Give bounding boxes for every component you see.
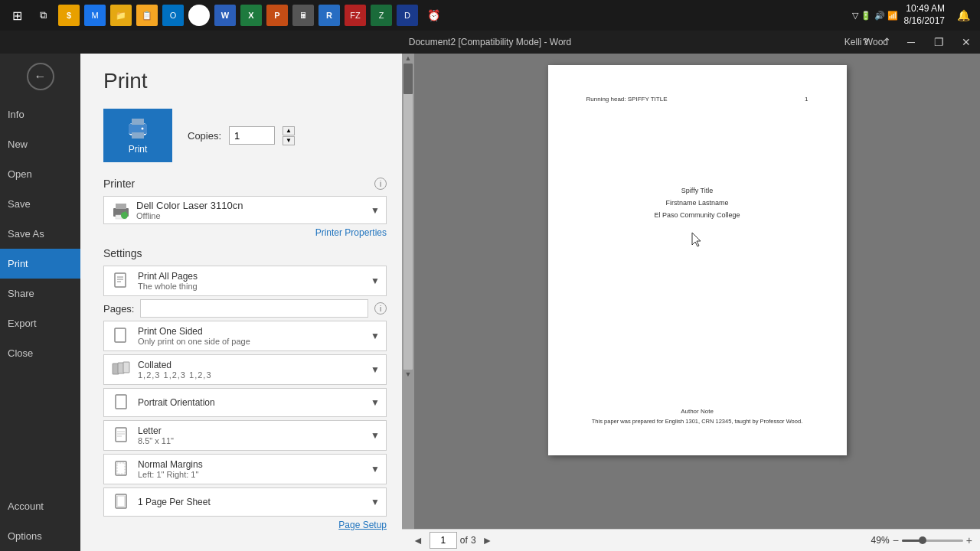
- task-view-icon[interactable]: ⧉: [32, 5, 54, 26]
- svg-rect-16: [115, 328, 126, 342]
- pages-info-icon[interactable]: i: [374, 302, 387, 315]
- orientation-setting-row[interactable]: Portrait Orientation ▼: [103, 388, 387, 417]
- sidebar-item-saveas[interactable]: Save As: [0, 219, 80, 249]
- printer-section-title: Printer i: [103, 178, 387, 190]
- app-icon-chrome[interactable]: ⊕: [188, 5, 210, 26]
- app-icon-fz[interactable]: FZ: [345, 5, 366, 26]
- perpage-setting-row[interactable]: 1 Page Per Sheet ▼: [103, 487, 387, 517]
- printer-status-dot: [121, 212, 128, 219]
- app-icon-excel[interactable]: X: [240, 5, 262, 26]
- titlebar-title: Document2 [Compatibility Mode] - Word: [409, 37, 572, 47]
- scroll-down-arrow[interactable]: ▼: [405, 371, 412, 378]
- svg-rect-12: [115, 273, 126, 287]
- app-icon-2[interactable]: M: [84, 5, 106, 26]
- cursor-icon: [688, 231, 707, 249]
- orientation-dropdown-arrow: ▼: [371, 397, 380, 408]
- pages-setting-row[interactable]: Print All Pages The whole thing ▼: [103, 266, 387, 296]
- svg-rect-28: [117, 496, 125, 507]
- prev-page-button[interactable]: ◄: [410, 533, 426, 548]
- preview-scrollbar[interactable]: ▲ ▼: [402, 54, 414, 529]
- back-button[interactable]: ←: [0, 54, 80, 99]
- start-button[interactable]: ⊞: [6, 5, 28, 26]
- sidebar-item-info[interactable]: Info: [0, 99, 80, 129]
- taskbar-icons-right: ▽ 🔋 🔊 📶: [852, 11, 897, 21]
- scroll-up-arrow[interactable]: ▲: [405, 55, 412, 62]
- sidebar-item-share[interactable]: Share: [0, 279, 80, 308]
- sidebar-item-open[interactable]: Open: [0, 159, 80, 189]
- sidebar-item-options[interactable]: Options: [0, 521, 80, 551]
- sidebar-item-export[interactable]: Export: [0, 308, 80, 338]
- printer-properties-link[interactable]: Printer Properties: [103, 227, 387, 238]
- taskbar-left: ⊞ ⧉ $ M 📁 📋 O ⊕ W X P 🖩 R FZ Z D ⏰: [6, 5, 444, 26]
- collated-setting-row[interactable]: Collated 1,2,3 1,2,3 1,2,3 ▼: [103, 354, 387, 385]
- doc-author: Firstname Lastname: [665, 199, 728, 207]
- zoom-in-button[interactable]: +: [966, 534, 972, 546]
- pages-label: Pages:: [103, 303, 134, 315]
- zoom-slider-thumb[interactable]: [919, 536, 926, 544]
- close-button[interactable]: ✕: [952, 31, 980, 54]
- svg-rect-26: [117, 463, 125, 474]
- next-page-button[interactable]: ►: [479, 533, 496, 548]
- zoom-out-button[interactable]: −: [893, 534, 899, 546]
- main-container: ← Info New Open Save Save As Print Share…: [0, 54, 980, 551]
- minimize-button[interactable]: ─: [897, 31, 925, 54]
- copies-label: Copies:: [188, 130, 221, 142]
- restore-button[interactable]: ❐: [925, 31, 952, 54]
- help-icon[interactable]: ?: [854, 31, 876, 52]
- margins-setting-icon: [110, 460, 132, 478]
- app-icon-zs[interactable]: Z: [371, 5, 392, 26]
- copies-down[interactable]: ▼: [283, 136, 295, 145]
- sided-setting-icon: [110, 327, 132, 345]
- print-button[interactable]: Print: [103, 109, 172, 162]
- pages-setting-text: Print All Pages The whole thing: [138, 271, 364, 291]
- sided-dropdown-arrow: ▼: [371, 331, 380, 341]
- copies-up[interactable]: ▲: [283, 126, 295, 135]
- pages-setting-icon: [110, 272, 132, 290]
- printer-dropdown-arrow: ▼: [371, 205, 380, 216]
- collated-setting-text: Collated 1,2,3 1,2,3 1,2,3: [138, 360, 364, 380]
- app-icon-time[interactable]: ⏰: [423, 5, 444, 26]
- notification-icon[interactable]: 🔔: [952, 5, 974, 26]
- author-note-text: This paper was prepared for English 1301…: [586, 418, 808, 425]
- printer-dropdown[interactable]: Dell Color Laser 3110cn Offline ▼: [103, 196, 387, 224]
- sidebar-item-close[interactable]: Close: [0, 338, 80, 368]
- app-icon-3[interactable]: 📁: [110, 5, 132, 26]
- svg-rect-21: [116, 428, 126, 442]
- running-head: Running head: SPIFFY TITLE: [586, 96, 668, 103]
- copies-section: Copies: ▲ ▼: [188, 126, 295, 145]
- preview-nav-bar: ◄ of 3 ► 49% − +: [402, 529, 980, 551]
- scroll-track: [403, 64, 413, 370]
- app-icon-ds[interactable]: D: [397, 5, 418, 26]
- svg-rect-6: [132, 132, 144, 139]
- sided-setting-row[interactable]: Print One Sided Only print on one side o…: [103, 321, 387, 351]
- paper-setting-icon: [110, 426, 132, 445]
- printer-info: Dell Color Laser 3110cn Offline: [136, 200, 364, 220]
- app-icon-ppt[interactable]: P: [266, 5, 288, 26]
- sidebar-item-print[interactable]: Print: [0, 249, 80, 279]
- ribbon-toggle-icon[interactable]: ⌃: [876, 31, 897, 52]
- app-icon-calc[interactable]: 🖩: [292, 5, 314, 26]
- content-area: Print Print: [80, 54, 980, 551]
- zoom-slider[interactable]: [902, 540, 963, 542]
- printer-icon: [126, 116, 150, 141]
- app-icon-outlook[interactable]: O: [162, 5, 184, 26]
- sidebar-item-new[interactable]: New: [0, 129, 80, 159]
- sidebar-item-save[interactable]: Save: [0, 189, 80, 219]
- perpage-setting-text: 1 Page Per Sheet: [138, 497, 364, 507]
- paper-setting-row[interactable]: Letter 8.5" x 11" ▼: [103, 420, 387, 451]
- sidebar-item-account[interactable]: Account: [0, 491, 80, 521]
- app-icon-4[interactable]: 📋: [136, 5, 158, 26]
- current-page-input[interactable]: [430, 532, 457, 549]
- doc-title: Spiffy Title: [681, 187, 713, 194]
- app-icon-r[interactable]: R: [318, 5, 340, 26]
- app-icon-1[interactable]: $: [58, 5, 80, 26]
- svg-rect-20: [116, 395, 126, 409]
- printer-info-icon[interactable]: i: [374, 178, 387, 190]
- pages-input[interactable]: [140, 299, 368, 318]
- settings-title: Settings: [103, 247, 387, 259]
- margins-setting-row[interactable]: Normal Margins Left: 1" Right: 1" ▼: [103, 454, 387, 484]
- copies-input[interactable]: [229, 126, 275, 145]
- scroll-thumb[interactable]: [403, 64, 413, 94]
- page-setup-link[interactable]: Page Setup: [103, 520, 387, 530]
- app-icon-word[interactable]: W: [214, 5, 236, 26]
